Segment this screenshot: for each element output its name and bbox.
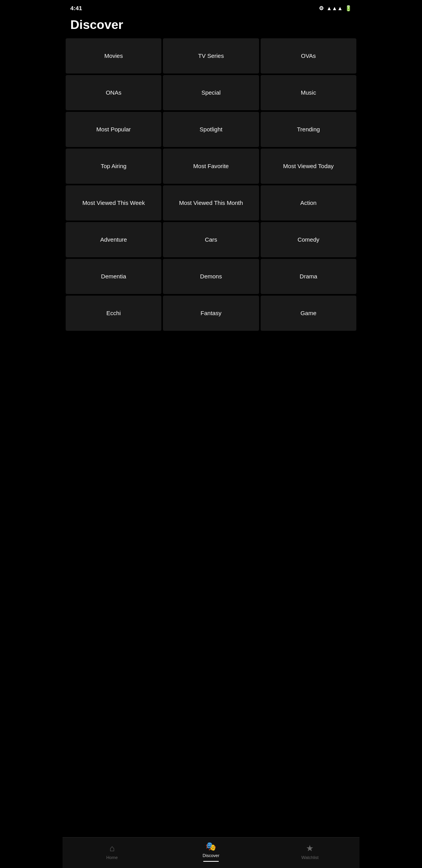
grid-item-adventure[interactable]: Adventure (66, 222, 161, 257)
grid-item-label-ovas: OVAs (301, 52, 316, 60)
nav-discover[interactable]: 🎭 Discover (161, 841, 260, 862)
grid-item-label-ecchi: Ecchi (106, 309, 121, 317)
status-bar: 4:41 ⚙ ▲▲▲ 🔋 (63, 0, 359, 14)
grid-item-game[interactable]: Game (261, 296, 356, 331)
grid-item-comedy[interactable]: Comedy (261, 222, 356, 257)
grid-item-tv-series[interactable]: TV Series (163, 38, 259, 74)
grid-item-dementia[interactable]: Dementia (66, 259, 161, 294)
grid-item-label-most-favorite: Most Favorite (193, 162, 229, 170)
grid-item-label-tv-series: TV Series (198, 52, 224, 60)
grid-item-label-music: Music (301, 89, 316, 97)
grid-item-label-demons: Demons (200, 273, 222, 280)
grid-item-label-trending: Trending (297, 126, 320, 133)
grid-item-most-viewed-week[interactable]: Most Viewed This Week (66, 185, 161, 221)
grid-item-ovas[interactable]: OVAs (261, 38, 356, 74)
settings-icon: ⚙ (319, 5, 324, 11)
status-time: 4:41 (70, 5, 82, 11)
status-icons: ⚙ ▲▲▲ 🔋 (319, 5, 352, 11)
grid-item-label-most-popular: Most Popular (96, 126, 131, 133)
grid-item-most-popular[interactable]: Most Popular (66, 112, 161, 147)
category-grid: MoviesTV SeriesOVAsONAsSpecialMusicMost … (63, 38, 359, 362)
grid-item-label-most-viewed-week: Most Viewed This Week (82, 199, 145, 207)
grid-item-top-airing[interactable]: Top Airing (66, 149, 161, 184)
home-icon: ⌂ (109, 843, 114, 854)
grid-item-most-viewed-month[interactable]: Most Viewed This Month (163, 185, 259, 221)
battery-icon: 🔋 (345, 5, 352, 11)
grid-item-music[interactable]: Music (261, 75, 356, 110)
grid-item-label-fantasy: Fantasy (200, 309, 221, 317)
grid-item-special[interactable]: Special (163, 75, 259, 110)
grid-item-label-spotlight: Spotlight (200, 126, 222, 133)
grid-item-label-top-airing: Top Airing (101, 162, 127, 170)
grid-item-label-dementia: Dementia (101, 273, 126, 280)
grid-item-most-favorite[interactable]: Most Favorite (163, 149, 259, 184)
grid-item-label-most-viewed-month: Most Viewed This Month (179, 199, 243, 207)
grid-item-label-special: Special (201, 89, 220, 97)
watchlist-icon: ★ (306, 843, 314, 854)
grid-item-label-movies: Movies (104, 52, 123, 60)
active-indicator (203, 861, 219, 862)
grid-item-demons[interactable]: Demons (163, 259, 259, 294)
watchlist-label: Watchlist (301, 855, 318, 860)
nav-home[interactable]: ⌂ Home (63, 843, 161, 860)
discover-label: Discover (203, 853, 220, 858)
grid-item-most-viewed-today[interactable]: Most Viewed Today (261, 149, 356, 184)
bottom-navigation: ⌂ Home 🎭 Discover ★ Watchlist (63, 837, 359, 868)
grid-item-label-most-viewed-today: Most Viewed Today (283, 162, 334, 170)
discover-icon: 🎭 (206, 841, 216, 852)
grid-item-label-action: Action (300, 199, 316, 207)
grid-item-cars[interactable]: Cars (163, 222, 259, 257)
grid-item-label-adventure: Adventure (100, 236, 127, 244)
grid-item-drama[interactable]: Drama (261, 259, 356, 294)
grid-item-label-game: Game (300, 309, 316, 317)
nav-watchlist[interactable]: ★ Watchlist (261, 843, 359, 860)
grid-item-label-onas: ONAs (106, 89, 122, 97)
grid-item-fantasy[interactable]: Fantasy (163, 296, 259, 331)
grid-item-trending[interactable]: Trending (261, 112, 356, 147)
home-label: Home (106, 855, 118, 860)
grid-item-onas[interactable]: ONAs (66, 75, 161, 110)
grid-item-ecchi[interactable]: Ecchi (66, 296, 161, 331)
grid-item-label-comedy: Comedy (297, 236, 319, 244)
signal-icon: ▲▲▲ (326, 5, 343, 11)
grid-item-action[interactable]: Action (261, 185, 356, 221)
page-title: Discover (63, 14, 359, 38)
grid-item-spotlight[interactable]: Spotlight (163, 112, 259, 147)
grid-item-label-drama: Drama (300, 273, 317, 280)
grid-item-movies[interactable]: Movies (66, 38, 161, 74)
grid-item-label-cars: Cars (205, 236, 217, 244)
